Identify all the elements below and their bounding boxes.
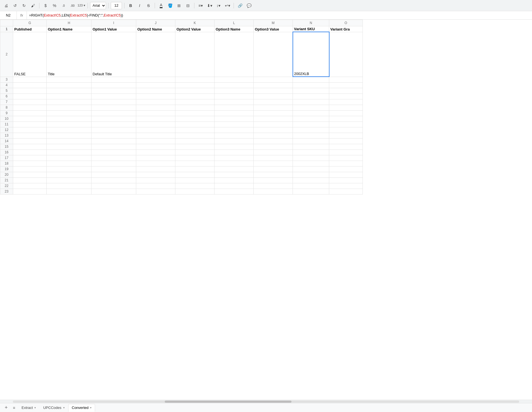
sheet-tab-upccodes-dropdown[interactable]: ▾: [63, 406, 65, 409]
cell-N3[interactable]: [293, 77, 329, 82]
row-number-15[interactable]: 15: [0, 144, 13, 149]
borders-button[interactable]: ⊞: [175, 2, 183, 10]
cell-N1[interactable]: Variant SKU: [293, 26, 329, 32]
row-number-4[interactable]: 4: [0, 82, 13, 88]
row-number-16[interactable]: 16: [0, 149, 13, 155]
sheet-tab-converted[interactable]: Converted ▾: [68, 404, 95, 412]
cell-H3[interactable]: [47, 77, 91, 82]
col-header-L[interactable]: L: [215, 20, 254, 26]
row-number-13[interactable]: 13: [0, 133, 13, 138]
row-number-12[interactable]: 12: [0, 127, 13, 133]
cell-H2[interactable]: Title: [47, 32, 91, 77]
currency-button[interactable]: $: [42, 2, 50, 10]
valign-button[interactable]: ⬇▾: [206, 2, 213, 10]
row-number-23[interactable]: 23: [0, 189, 13, 194]
cell-O3[interactable]: [329, 77, 363, 82]
redo-button[interactable]: ↻: [20, 2, 28, 10]
cell-J3[interactable]: [136, 77, 175, 82]
cell-J2[interactable]: [136, 32, 175, 77]
cell-N2[interactable]: 2002XLB: [293, 32, 329, 77]
decimal-inc-button[interactable]: .00: [69, 2, 76, 10]
paint-format-button[interactable]: 🖌: [29, 2, 37, 10]
font-family-select[interactable]: Arial: [90, 2, 106, 9]
cell-G1[interactable]: Published: [13, 26, 47, 32]
add-sheet-button[interactable]: +: [2, 404, 10, 412]
cell-I3[interactable]: [91, 77, 136, 82]
grid-wrapper[interactable]: G H I J K L M N O 1 Published Option1 Na…: [0, 20, 532, 400]
fill-color-button[interactable]: 🪣: [166, 2, 174, 10]
sheet-tab-upccodes[interactable]: UPCCodes ▾: [39, 404, 68, 412]
table-row: 3: [0, 77, 363, 82]
sheet-tab-extract[interactable]: Extract ▾: [18, 404, 39, 412]
comment-button[interactable]: 💬: [245, 2, 253, 10]
col-header-O[interactable]: O: [329, 20, 363, 26]
row-number-2[interactable]: 2: [0, 32, 13, 77]
table-row: 7: [0, 99, 363, 105]
col-header-K[interactable]: K: [175, 20, 215, 26]
undo-button[interactable]: ↺: [11, 2, 19, 10]
rotate-button[interactable]: ↕▾: [215, 2, 222, 10]
col-header-M[interactable]: M: [254, 20, 293, 26]
row-number-11[interactable]: 11: [0, 121, 13, 127]
col-header-G[interactable]: G: [13, 20, 47, 26]
row-number-17[interactable]: 17: [0, 155, 13, 161]
cell-M3[interactable]: [254, 77, 293, 82]
sheet-menu-button[interactable]: ≡: [10, 404, 18, 412]
row-number-7[interactable]: 7: [0, 99, 13, 105]
percent-button[interactable]: %: [51, 2, 58, 10]
bold-button[interactable]: B: [127, 2, 135, 10]
col-header-H[interactable]: H: [47, 20, 91, 26]
cell-K3[interactable]: [175, 77, 215, 82]
col-header-N[interactable]: N: [293, 20, 329, 26]
formula-rest: )-FIND(":",: [87, 13, 104, 17]
row-number-10[interactable]: 10: [0, 116, 13, 121]
row-number-14[interactable]: 14: [0, 138, 13, 144]
print-button[interactable]: 🖨: [2, 2, 10, 10]
sheet-tab-converted-dropdown[interactable]: ▾: [90, 406, 91, 409]
cell-M2[interactable]: [254, 32, 293, 77]
row-number-18[interactable]: 18: [0, 161, 13, 166]
row-number-20[interactable]: 20: [0, 172, 13, 177]
cell-K2[interactable]: [175, 32, 215, 77]
cell-L2[interactable]: [215, 32, 254, 77]
cell-K1[interactable]: Option2 Value: [175, 26, 215, 32]
strikethrough-button[interactable]: S: [145, 2, 152, 10]
row-number-5[interactable]: 5: [0, 88, 13, 93]
row-number-22[interactable]: 22: [0, 183, 13, 189]
cell-O1[interactable]: Variant Gra: [329, 26, 363, 32]
link-button[interactable]: 🔗: [236, 2, 244, 10]
font-size-input[interactable]: [111, 2, 122, 9]
table-row: 10: [0, 116, 363, 121]
text-color-button[interactable]: A: [157, 2, 165, 10]
cell-M1[interactable]: Option3 Value: [254, 26, 293, 32]
table-row: 22: [0, 183, 363, 189]
cell-L1[interactable]: Option3 Name: [215, 26, 254, 32]
horizontal-scrollbar[interactable]: [13, 401, 519, 403]
decimal-dec-button[interactable]: .0: [60, 2, 67, 10]
cell-L3[interactable]: [215, 77, 254, 82]
row-number-9[interactable]: 9: [0, 110, 13, 116]
row-number-19[interactable]: 19: [0, 166, 13, 172]
row-number-3[interactable]: 3: [0, 77, 13, 82]
cell-H1[interactable]: Option1 Name: [47, 26, 91, 32]
cell-G2[interactable]: FALSE: [13, 32, 47, 77]
italic-button[interactable]: I: [136, 2, 143, 10]
merge-button[interactable]: ⊟: [184, 2, 192, 10]
cell-I1[interactable]: Option1 Value: [91, 26, 136, 32]
row-number-6[interactable]: 6: [0, 93, 13, 99]
col-header-J[interactable]: J: [136, 20, 175, 26]
table-row: 18: [0, 161, 363, 166]
wrap-button[interactable]: ↵▾: [223, 2, 231, 10]
cell-I2[interactable]: Default Title: [91, 32, 136, 77]
row-number-1[interactable]: 1: [0, 26, 13, 32]
sheet-tab-extract-dropdown[interactable]: ▾: [34, 406, 36, 409]
row-number-21[interactable]: 21: [0, 177, 13, 183]
number-format-button[interactable]: 123 ▾: [77, 2, 85, 10]
cell-O2[interactable]: [329, 32, 363, 77]
col-header-I[interactable]: I: [91, 20, 136, 26]
align-button[interactable]: ≡▾: [197, 2, 204, 10]
row-number-8[interactable]: 8: [0, 105, 13, 110]
cell-J1[interactable]: Option2 Name: [136, 26, 175, 32]
cell-reference-input[interactable]: [0, 11, 17, 19]
cell-G3[interactable]: [13, 77, 47, 82]
